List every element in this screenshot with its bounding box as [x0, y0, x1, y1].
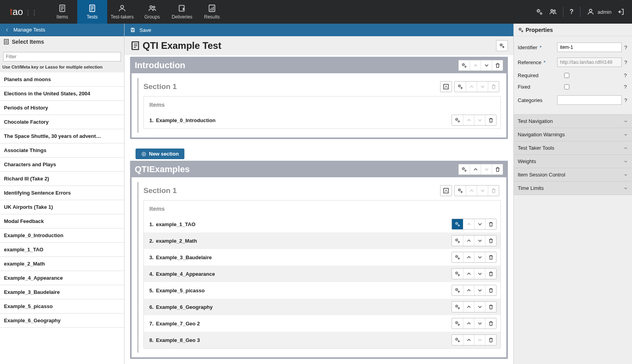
item-richard-iii-take-2-[interactable]: Richard III (Take 2)	[0, 172, 124, 186]
test-properties-button[interactable]	[496, 40, 508, 51]
item-movedown-button[interactable]	[474, 302, 485, 312]
part-delete-button[interactable]	[492, 60, 503, 71]
nav-tests[interactable]: Tests	[77, 0, 107, 24]
new-section-button[interactable]: New section	[136, 149, 184, 159]
item-periods-of-history[interactable]: Periods of History	[0, 101, 124, 115]
section-rubric-button[interactable]	[440, 185, 452, 196]
required-help[interactable]: ?	[623, 72, 628, 78]
item-delete-button[interactable]	[485, 269, 496, 279]
item-movedown-button[interactable]	[474, 236, 485, 246]
nav-items[interactable]: Items	[47, 0, 77, 24]
item-example-2-math[interactable]: example_2_Math	[0, 257, 124, 271]
user-menu[interactable]: admin	[587, 8, 612, 16]
item-moveup-button[interactable]	[463, 335, 474, 345]
part-properties-button[interactable]	[459, 164, 470, 175]
section-moveup-button[interactable]	[466, 82, 477, 92]
item-properties-button[interactable]	[452, 115, 463, 125]
categories-input[interactable]	[557, 95, 622, 105]
section-movedown-button[interactable]	[477, 186, 488, 196]
item-moveup-button[interactable]	[463, 302, 474, 312]
users-admin-icon[interactable]	[549, 8, 557, 16]
item-properties-button[interactable]	[452, 285, 463, 295]
section-properties-button[interactable]	[455, 82, 466, 92]
item-planets-and-moons[interactable]: Planets and moons	[0, 72, 124, 87]
accordion-test-navigation[interactable]: Test Navigation	[514, 115, 632, 128]
part-properties-button[interactable]	[459, 60, 470, 71]
item-movedown-button[interactable]	[474, 318, 485, 329]
accordion-navigation-warnings[interactable]: Navigation Warnings	[514, 128, 632, 141]
item-delete-button[interactable]	[485, 285, 496, 295]
item-elections-in-the-united-states[interactable]: Elections in the United States, 2004	[0, 87, 124, 101]
item-moveup-button[interactable]	[463, 285, 474, 295]
settings-icon[interactable]	[535, 8, 543, 16]
item-associate-things[interactable]: Associate Things	[0, 143, 124, 158]
item-properties-button[interactable]	[452, 302, 463, 312]
fixed-checkbox[interactable]	[564, 84, 569, 89]
nav-groups[interactable]: Groups	[137, 0, 167, 24]
item-moveup-button[interactable]	[463, 269, 474, 279]
item-properties-button[interactable]	[452, 269, 463, 279]
manage-tests-back[interactable]: Manage Tests	[0, 24, 124, 36]
item-identifying-sentence-errors[interactable]: Identifying Sentence Errors	[0, 186, 124, 200]
item-movedown-button[interactable]	[474, 335, 485, 345]
section-moveup-button[interactable]	[466, 186, 477, 196]
section-delete-button[interactable]	[488, 186, 499, 196]
part-movedown-button[interactable]	[481, 60, 492, 71]
item-example-4-appearance[interactable]: Example_4_Appearance	[0, 271, 124, 285]
part-movedown-button[interactable]	[481, 164, 492, 175]
required-checkbox[interactable]	[564, 73, 569, 78]
logo[interactable]: tao ⋮⋮	[0, 0, 47, 24]
help-icon[interactable]: ?	[570, 8, 574, 15]
item-the-space-shuttle-30-years-of-[interactable]: The Space Shuttle, 30 years of advent…	[0, 129, 124, 143]
item-example-1-tao[interactable]: example_1_TAO	[0, 243, 124, 257]
accordion-weights[interactable]: Weights	[514, 155, 632, 168]
logout-icon[interactable]	[617, 8, 625, 16]
section-properties-button[interactable]	[455, 186, 466, 196]
item-moveup-button[interactable]	[463, 236, 474, 246]
item-delete-button[interactable]	[485, 302, 496, 312]
section-rubric-button[interactable]	[440, 81, 452, 92]
item-example-6-geography[interactable]: Example_6_Geography	[0, 314, 124, 328]
item-moveup-button[interactable]	[463, 115, 474, 125]
identifier-input[interactable]	[557, 43, 622, 52]
item-properties-button[interactable]	[452, 219, 463, 229]
item-properties-button[interactable]	[452, 335, 463, 345]
item-delete-button[interactable]	[485, 252, 496, 262]
part-moveup-button[interactable]	[470, 60, 481, 71]
item-moveup-button[interactable]	[463, 252, 474, 262]
item-delete-button[interactable]	[485, 115, 496, 125]
item-delete-button[interactable]	[485, 219, 496, 229]
nav-test-takers[interactable]: Test-takers	[107, 0, 137, 24]
item-moveup-button[interactable]	[463, 219, 474, 229]
part-delete-button[interactable]	[492, 164, 503, 175]
item-movedown-button[interactable]	[474, 219, 485, 229]
nav-results[interactable]: Results	[197, 0, 227, 24]
section-delete-button[interactable]	[488, 82, 499, 92]
accordion-item-session-control[interactable]: Item Session Control	[514, 168, 632, 182]
identifier-help[interactable]: ?	[623, 45, 628, 50]
item-modal-feedback[interactable]: Modal Feedback	[0, 214, 124, 228]
reference-help[interactable]: ?	[623, 59, 628, 65]
item-delete-button[interactable]	[485, 318, 496, 329]
item-movedown-button[interactable]	[474, 115, 485, 125]
item-movedown-button[interactable]	[474, 285, 485, 295]
categories-help[interactable]: ?	[623, 97, 628, 103]
item-chocolate-factory[interactable]: Chocolate Factory	[0, 115, 124, 129]
nav-deliveries[interactable]: Deliveries	[167, 0, 197, 24]
item-uk-airports-take-1-[interactable]: UK Airports (Take 1)	[0, 200, 124, 214]
filter-input[interactable]	[3, 52, 121, 61]
item-movedown-button[interactable]	[474, 269, 485, 279]
item-example-5-picasso[interactable]: Example_5_picasso	[0, 299, 124, 314]
item-properties-button[interactable]	[452, 236, 463, 246]
part-moveup-button[interactable]	[470, 164, 481, 175]
fixed-help[interactable]: ?	[623, 84, 628, 90]
item-properties-button[interactable]	[452, 252, 463, 262]
item-delete-button[interactable]	[485, 236, 496, 246]
item-delete-button[interactable]	[485, 335, 496, 345]
section-movedown-button[interactable]	[477, 82, 488, 92]
item-properties-button[interactable]	[452, 318, 463, 329]
save-button[interactable]: Save	[125, 24, 513, 36]
accordion-test-taker-tools[interactable]: Test Taker Tools	[514, 141, 632, 155]
accordion-time-limits[interactable]: Time Limits	[514, 182, 632, 195]
item-example-0-introduction[interactable]: Example_0_Introduction	[0, 228, 124, 243]
